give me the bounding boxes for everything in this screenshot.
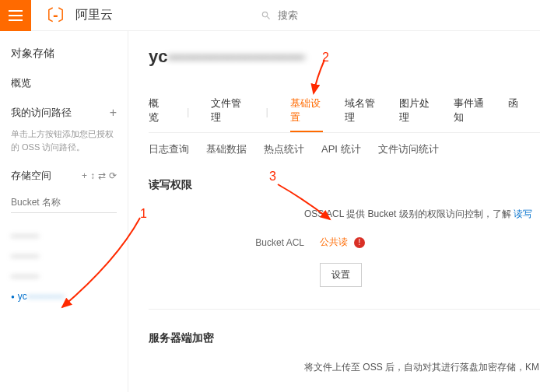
subtab-file-access[interactable]: 文件访问统计 <box>378 142 439 156</box>
encryption-title: 服务器端加密 <box>149 331 540 345</box>
tab-domain[interactable]: 域名管理 <box>345 90 377 132</box>
tab-overview[interactable]: 概览 <box>149 90 165 132</box>
svg-rect-0 <box>9 10 23 12</box>
encryption-desc-1: 将文件上传至 OSS 后，自动对其进行落盘加密存储，KM <box>304 359 540 375</box>
warning-icon: ! <box>354 237 365 248</box>
acl-field: Bucket ACL 公共读 ! <box>242 236 540 249</box>
sidebar-overview[interactable]: 概览 <box>0 68 128 98</box>
subtab-logs[interactable]: 日志查询 <box>149 142 189 156</box>
bucket-item-active[interactable]: yc———— <box>0 286 128 306</box>
acl-doc-link[interactable]: 读写 <box>514 208 532 219</box>
add-path-icon[interactable]: + <box>110 106 117 120</box>
subtab-hotspot[interactable]: 热点统计 <box>264 142 304 156</box>
acl-set-button[interactable]: 设置 <box>320 263 362 287</box>
main-content: yc———————— 概览 | 文件管理 | 基础设置 域名管理 图片处理 事件… <box>128 31 540 392</box>
refresh-icon[interactable]: ⟳ <box>109 170 117 181</box>
encryption-section: 服务器端加密 将文件上传至 OSS 后，自动对其进行落盘加密存储，KM 用 KM… <box>149 331 540 392</box>
bucket-item[interactable]: ——— <box>0 226 128 246</box>
logo-mark-icon: 〔-〕 <box>39 5 71 26</box>
tab-basic-settings[interactable]: 基础设置 <box>290 90 323 132</box>
tab-events[interactable]: 事件通知 <box>454 90 486 132</box>
sort-icon[interactable]: ↕ <box>90 170 95 181</box>
search-icon <box>261 10 272 21</box>
svg-rect-1 <box>9 15 23 16</box>
plus-icon[interactable]: + <box>82 170 87 181</box>
sidebar: 对象存储 概览 我的访问路径 + 单击上方按钮添加您已授权的 OSS 访问路径。… <box>0 31 128 392</box>
transfer-icon[interactable]: ⇄ <box>98 170 106 181</box>
tab-functions[interactable]: 函 <box>508 90 518 132</box>
sidebar-mypath[interactable]: 我的访问路径 + <box>0 98 128 128</box>
bucket-item[interactable]: ——— <box>0 246 128 266</box>
acl-section: 读写权限 OSS ACL 提供 Bucket 级别的权限访问控制，了解 读写 B… <box>149 178 540 287</box>
bucket-name: yc———————— <box>149 47 540 67</box>
bucket-item[interactable]: ——— <box>0 266 128 286</box>
mypath-hint: 单击上方按钮添加您已授权的 OSS 访问路径。 <box>0 128 128 161</box>
acl-description: OSS ACL 提供 Bucket 级别的权限访问控制，了解 读写 <box>304 206 540 222</box>
acl-field-label: Bucket ACL <box>242 237 304 248</box>
subtab-basic-data[interactable]: 基础数据 <box>206 142 247 156</box>
tab-image[interactable]: 图片处理 <box>399 90 432 132</box>
subtab-api[interactable]: API 统计 <box>321 142 361 156</box>
product-title: 对象存储 <box>0 39 128 68</box>
bucket-search[interactable] <box>11 197 117 213</box>
tab-files[interactable]: 文件管理 <box>211 90 244 132</box>
acl-value: 公共读 <box>320 236 348 249</box>
bucket-search-input[interactable] <box>11 197 128 208</box>
svg-rect-2 <box>9 19 23 21</box>
brand-logo[interactable]: 〔-〕 阿里云 <box>31 5 121 26</box>
section-divider <box>149 309 540 310</box>
global-search[interactable] <box>261 9 371 21</box>
search-input[interactable] <box>278 9 371 21</box>
secondary-tabs: 日志查询 基础数据 热点统计 API 统计 文件访问统计 <box>149 142 540 156</box>
sidebar-storage[interactable]: 存储空间 + ↕ ⇄ ⟳ <box>0 161 128 191</box>
acl-title: 读写权限 <box>149 178 540 192</box>
bucket-list: ——— ——— ——— yc———— <box>0 219 128 313</box>
primary-tabs: 概览 | 文件管理 | 基础设置 域名管理 图片处理 事件通知 函 <box>149 90 540 133</box>
menu-button[interactable] <box>0 0 31 31</box>
brand-text: 阿里云 <box>75 7 113 23</box>
